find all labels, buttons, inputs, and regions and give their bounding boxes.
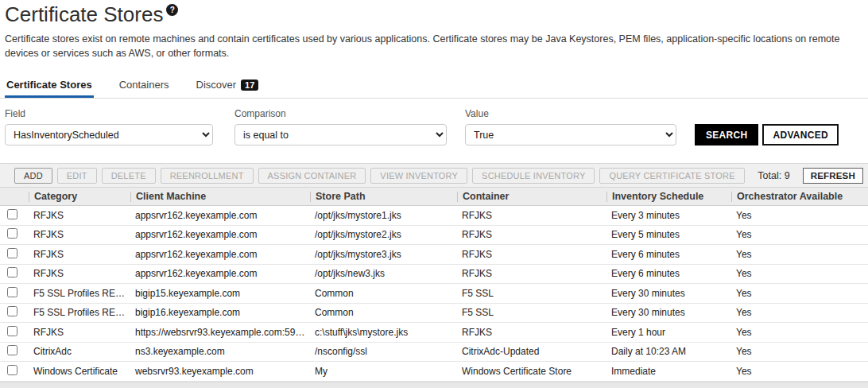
row-checkbox[interactable]: [7, 267, 17, 277]
advanced-button[interactable]: ADVANCED: [762, 124, 839, 146]
page-header: Certificate Stores ?: [0, 2, 868, 26]
row-checkbox[interactable]: [7, 287, 17, 297]
refresh-button[interactable]: REFRESH: [803, 168, 863, 184]
tab-discover[interactable]: Discover 17: [195, 74, 261, 98]
table-row[interactable]: RFJKS appsrvr162.keyexample.com /opt/jks…: [0, 226, 868, 246]
table-row[interactable]: RFJKS appsrvr162.keyexample.com /opt/jks…: [0, 206, 868, 226]
certificate-stores-page: Certificate Stores ? Certificate stores …: [0, 0, 868, 388]
table-row[interactable]: CitrixAdc ns3.keyexample.com /nsconfig/s…: [0, 343, 868, 363]
cell-inventory-schedule: Every 3 minutes: [606, 210, 731, 221]
table-row[interactable]: F5 SSL Profiles REST bigip15.keyexample.…: [0, 284, 868, 304]
help-icon[interactable]: ?: [166, 4, 178, 16]
table-row[interactable]: F5 SSL Profiles REST bigip16.keyexample.…: [0, 304, 868, 324]
grid-toolbar: ADD EDIT DELETE REENROLLMENT ASSIGN CONT…: [0, 164, 868, 188]
reenrollment-button[interactable]: REENROLLMENT: [161, 168, 254, 184]
delete-button[interactable]: DELETE: [102, 168, 156, 184]
comparison-select[interactable]: is equal to: [234, 124, 447, 146]
cell-category: RFJKS: [29, 210, 130, 221]
cell-container: RFJKS: [457, 229, 606, 240]
cell-inventory-schedule: Every 6 minutes: [606, 268, 731, 279]
row-checkbox-cell: [0, 306, 29, 319]
cell-client-machine: ns3.keyexample.com: [130, 346, 310, 357]
cell-store-path: /opt/jks/mystore3.jks: [310, 249, 457, 260]
search-filter-bar: Field HasInventoryScheduled Comparison i…: [0, 99, 868, 146]
cell-category: Windows Certificate: [29, 366, 130, 377]
cell-inventory-schedule: Every 30 minutes: [606, 307, 731, 318]
query-certificate-store-button[interactable]: QUERY CERTIFICATE STORE: [599, 168, 744, 184]
row-checkbox-cell: [0, 365, 29, 378]
cell-store-path: /opt/jks/mystore2.jks: [310, 229, 457, 240]
row-checkbox[interactable]: [7, 345, 17, 355]
grid-footer: [0, 382, 868, 388]
search-button[interactable]: SEARCH: [695, 124, 758, 146]
value-label: Value: [465, 108, 676, 119]
row-checkbox-cell: [0, 267, 29, 280]
tab-containers[interactable]: Containers: [118, 74, 171, 98]
cell-orchestrator-available: Yes: [731, 307, 868, 318]
cell-container: RFJKS: [457, 249, 606, 260]
tab-certificate-stores[interactable]: Certificate Stores: [5, 74, 94, 98]
row-checkbox-cell: [0, 345, 29, 358]
table-row[interactable]: RFJKS appsrvr162.keyexample.com /opt/jks…: [0, 265, 868, 285]
add-button[interactable]: ADD: [14, 168, 52, 184]
column-header-inventory-schedule[interactable]: Inventory Schedule: [606, 192, 731, 202]
discover-count-badge: 17: [241, 80, 258, 91]
cell-category: RFJKS: [29, 229, 130, 240]
cell-orchestrator-available: Yes: [731, 229, 868, 240]
cell-inventory-schedule: Immediate: [606, 366, 731, 377]
row-checkbox[interactable]: [7, 228, 17, 239]
column-header-store-path[interactable]: Store Path: [310, 192, 457, 202]
cell-orchestrator-available: Yes: [731, 288, 868, 299]
cell-orchestrator-available: Yes: [731, 210, 868, 221]
cell-store-path: /opt/jks/mystore1.jks: [310, 210, 457, 221]
edit-button[interactable]: EDIT: [57, 168, 97, 184]
schedule-inventory-button[interactable]: SCHEDULE INVENTORY: [472, 168, 595, 184]
tab-containers-label: Containers: [119, 79, 169, 91]
cell-store-path: /nsconfig/ssl: [310, 346, 457, 357]
cell-orchestrator-available: Yes: [731, 249, 868, 260]
row-checkbox[interactable]: [7, 306, 17, 316]
table-body: RFJKS appsrvr162.keyexample.com /opt/jks…: [0, 206, 868, 382]
cell-orchestrator-available: Yes: [731, 366, 868, 377]
cell-store-path: Common: [310, 288, 457, 299]
row-checkbox[interactable]: [7, 209, 17, 219]
cell-container: F5 SSL: [457, 307, 606, 318]
field-select[interactable]: HasInventoryScheduled: [5, 124, 213, 146]
tab-bar: Certificate Stores Containers Discover 1…: [0, 74, 868, 99]
cell-store-path: /opt/jks/new3.jks: [310, 268, 457, 279]
row-checkbox[interactable]: [7, 248, 17, 258]
tab-certificate-stores-label: Certificate Stores: [6, 79, 92, 91]
page-title: Certificate Stores: [5, 3, 163, 26]
value-select[interactable]: True: [465, 124, 676, 146]
table-row[interactable]: RFJKS appsrvr162.keyexample.com /opt/jks…: [0, 245, 868, 265]
comparison-label: Comparison: [234, 108, 465, 119]
column-header-orchestrator-available[interactable]: Orchestrator Available: [731, 192, 868, 202]
cell-container: RFJKS: [457, 210, 606, 221]
cell-container: RFJKS: [457, 327, 606, 338]
column-header-category[interactable]: Category: [29, 192, 130, 202]
table-row[interactable]: Windows Certificate websrvr93.keyexample…: [0, 362, 868, 382]
column-header-client-machine[interactable]: Client Machine: [130, 192, 310, 202]
row-checkbox[interactable]: [7, 326, 17, 336]
cell-inventory-schedule: Every 1 hour: [606, 327, 731, 338]
cell-orchestrator-available: Yes: [731, 346, 868, 357]
comparison-filter-group: Comparison is equal to: [234, 108, 465, 146]
table-row[interactable]: RFJKS https://websrvr93.keyexample.com:5…: [0, 323, 868, 343]
row-checkbox[interactable]: [7, 365, 17, 375]
cell-store-path: Common: [310, 307, 457, 318]
cell-category: RFJKS: [29, 249, 130, 260]
column-header-container[interactable]: Container: [457, 192, 606, 202]
field-filter-group: Field HasInventoryScheduled: [5, 108, 234, 146]
table-header-row: Category Client Machine Store Path Conta…: [0, 188, 868, 206]
cell-client-machine: appsrvr162.keyexample.com: [130, 229, 310, 240]
cell-container: Windows Certificate Store: [457, 366, 606, 377]
cell-client-machine: websrvr93.keyexample.com: [130, 366, 310, 377]
page-description: Certificate stores exist on remote machi…: [0, 26, 863, 62]
cell-inventory-schedule: Every 6 minutes: [606, 249, 731, 260]
cell-client-machine: appsrvr162.keyexample.com: [130, 210, 310, 221]
cell-store-path: c:\stuff\jks\mystore.jks: [310, 327, 457, 338]
cell-client-machine: https://websrvr93.keyexample.com:5986: [130, 327, 310, 338]
view-inventory-button[interactable]: VIEW INVENTORY: [370, 168, 467, 184]
assign-container-button[interactable]: ASSIGN CONTAINER: [258, 168, 366, 184]
value-filter-group: Value True: [465, 108, 676, 146]
